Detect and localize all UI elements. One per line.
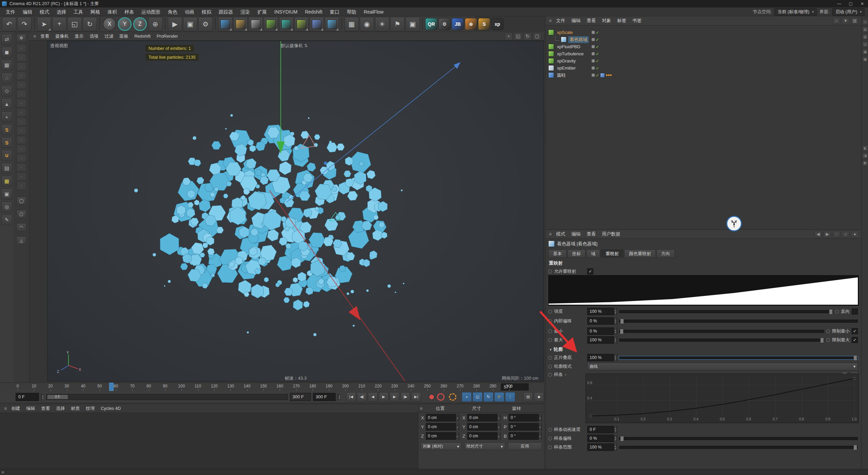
stepper-icon[interactable]: ▴▾ xyxy=(338,393,341,401)
render-settings-button[interactable]: ⚙ xyxy=(198,17,213,31)
menu-11[interactable]: 模拟 xyxy=(198,7,215,16)
object-state-toggles[interactable]: ✓ xyxy=(592,59,599,63)
stepper-icon[interactable]: ▴ xyxy=(456,432,459,440)
stepper-icon[interactable]: ▴▾ xyxy=(614,308,617,315)
menu-13[interactable]: 渲染 xyxy=(237,7,254,16)
preview-range-slider[interactable]: 0 F xyxy=(46,394,288,400)
material-menu-4[interactable]: 材质 xyxy=(68,404,83,413)
next-key-button[interactable]: |▶ xyxy=(400,392,410,402)
menu-12[interactable]: 跟踪器 xyxy=(215,7,237,16)
visibility-dot-icon[interactable] xyxy=(592,59,595,62)
s-plugin-button[interactable]: S xyxy=(478,18,490,30)
minimize-button[interactable]: — xyxy=(833,0,845,7)
keyframe-dot[interactable] xyxy=(548,319,552,323)
left-palette-icon[interactable]: ▫ xyxy=(17,44,26,52)
enabled-check-icon[interactable]: ✓ xyxy=(596,30,599,35)
menu-16[interactable]: Redshift xyxy=(301,7,326,16)
hamburger-icon[interactable]: ≡ xyxy=(548,231,553,237)
position-input[interactable]: 0 cm▴ xyxy=(426,414,459,421)
object-state-toggles[interactable]: ✓ xyxy=(592,66,599,71)
timeline-ruler[interactable]: 57 F 01020304050607080901001101201301401… xyxy=(0,382,544,391)
stepper-icon[interactable]: ▴ xyxy=(497,423,500,431)
layout-tab-icon[interactable]: ▣ xyxy=(862,56,868,62)
rotation-input[interactable]: 0 °▴ xyxy=(509,414,542,421)
tab-坐标[interactable]: 坐标 xyxy=(567,249,586,258)
invert-checkbox[interactable] xyxy=(852,308,858,315)
material-menu-1[interactable]: 编辑 xyxy=(23,404,38,413)
field-menu[interactable]: ◢ xyxy=(325,17,339,31)
attribute-manager-menu-1[interactable]: 编辑 xyxy=(568,230,584,239)
spline-curve-editor[interactable]: 0.10.20.30.40.50.60.70.80.91.00.40.8 xyxy=(586,374,859,423)
stepper-icon[interactable]: ▴▾ xyxy=(614,336,617,344)
viewport-menu-3[interactable]: 选项 xyxy=(86,32,101,41)
menu-14[interactable]: 扩展 xyxy=(254,7,271,16)
record-button[interactable] xyxy=(428,393,435,401)
attribute-manager-menu-2[interactable]: 查看 xyxy=(584,230,599,239)
globe-plugin-button[interactable]: ⊕ xyxy=(465,18,477,30)
key-pla-toggle[interactable]: ⋮ xyxy=(505,392,515,402)
stepper-icon[interactable]: ▴ xyxy=(538,432,541,440)
layout-tab-icon[interactable]: ▤ xyxy=(862,26,868,32)
hamburger-icon[interactable]: ≡ xyxy=(32,34,37,39)
slider-handle[interactable] xyxy=(620,436,624,441)
slider-handle[interactable] xyxy=(829,309,833,315)
render-view-button[interactable]: ▶ xyxy=(168,17,182,31)
xp-tag-icon[interactable] xyxy=(606,74,612,76)
keyframe-dot[interactable] xyxy=(548,437,552,440)
tab-颜色重映射[interactable]: 颜色重映射 xyxy=(624,249,656,258)
keyframe-dot[interactable] xyxy=(548,338,552,342)
layout-tab-icon[interactable]: ≡ xyxy=(862,19,868,25)
axis-y-toggle[interactable]: Y xyxy=(118,17,132,31)
tab-方向[interactable]: 方向 xyxy=(656,249,675,258)
goto-end-button[interactable]: ▶| xyxy=(411,392,421,402)
spline-menu[interactable]: ◢ xyxy=(249,17,263,31)
stepper-icon[interactable]: ▴ xyxy=(497,432,500,440)
render-region-button[interactable]: ▣ xyxy=(183,17,197,31)
object-name[interactable]: 圆柱 xyxy=(556,72,567,79)
apply-button[interactable]: 应用 xyxy=(508,442,542,450)
material-menu-6[interactable]: Cycles 4D xyxy=(98,404,124,413)
inner-offset-input[interactable]: 0 %▴▾ xyxy=(587,317,617,325)
coord-system-toggle[interactable]: ⊕ xyxy=(148,17,162,31)
viewport-camera-label[interactable]: 默认摄像机 ⇅ xyxy=(281,43,308,49)
material-menu-5[interactable]: 纹理 xyxy=(83,404,98,413)
live-selection-icon[interactable]: ◯ xyxy=(17,197,26,205)
viewport-menu-1[interactable]: 摄像机 xyxy=(52,32,72,41)
stepper-icon[interactable]: ▴▾ xyxy=(614,426,617,433)
size-input[interactable]: 0 cm▴ xyxy=(467,414,500,421)
rotation-input[interactable]: 0 °▴ xyxy=(509,432,542,440)
menu-17[interactable]: 窗口 xyxy=(326,7,343,16)
lasso-selection-icon[interactable]: ◠ xyxy=(17,223,26,231)
viewport-menu-2[interactable]: 显示 xyxy=(72,32,86,41)
viewport-menu-6[interactable]: Redshift xyxy=(131,32,154,41)
spline-offset-input[interactable]: 0 %▴▾ xyxy=(587,435,617,442)
menu-1[interactable]: 编辑 xyxy=(19,7,36,16)
lock-icon[interactable]: ● xyxy=(851,231,859,238)
tab-重映射[interactable]: 重映射 xyxy=(601,249,624,258)
undo-button[interactable]: ↶ xyxy=(2,17,16,31)
left-palette-icon[interactable]: ▫ xyxy=(17,90,26,98)
path-bar-icon[interactable]: ▤ xyxy=(851,17,859,24)
left-palette-icon[interactable]: ▫ xyxy=(17,99,26,107)
viewport-pan-icon[interactable]: + xyxy=(505,33,513,40)
min-input[interactable]: 0 %▴▾ xyxy=(587,327,617,335)
hamburger-icon[interactable]: ≡ xyxy=(0,470,5,475)
spline-offset-slider[interactable] xyxy=(619,437,858,440)
object-name[interactable]: xpFluidPBD xyxy=(556,44,582,50)
keyframe-dot[interactable] xyxy=(826,338,830,342)
keyframe-selection-button[interactable] xyxy=(437,393,445,401)
stepper-icon[interactable]: ▴ xyxy=(538,423,541,431)
phong-tag-icon[interactable] xyxy=(600,73,605,78)
range-slider-handle[interactable]: 0 F xyxy=(47,395,68,399)
object-state-toggles[interactable]: ✓ xyxy=(592,52,599,56)
prev-key-button[interactable]: ◀| xyxy=(357,392,367,402)
multiply-slider[interactable] xyxy=(619,356,858,359)
strength-slider[interactable] xyxy=(619,310,833,313)
object-state-toggles[interactable]: ✓ xyxy=(592,30,599,35)
object-row[interactable]: 圆柱✓ xyxy=(548,72,567,79)
snap-toggle[interactable]: S xyxy=(1,124,12,135)
menu-7[interactable]: 样条 xyxy=(121,7,138,16)
min-slider[interactable] xyxy=(619,330,824,333)
parent-object-icon[interactable]: ↑ xyxy=(833,231,840,238)
camera-menu[interactable]: ◉ xyxy=(360,17,374,31)
